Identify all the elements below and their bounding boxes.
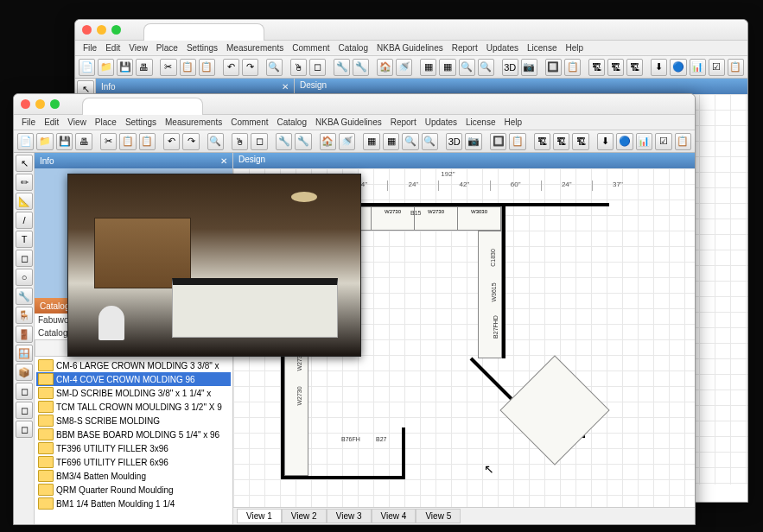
toolbar-button-24[interactable]: ▦ xyxy=(439,59,455,76)
menu-license[interactable]: License xyxy=(523,43,561,53)
tool-button-11[interactable]: 📦 xyxy=(16,364,33,381)
menu-edit[interactable]: Edit xyxy=(40,117,63,127)
tool-button-8[interactable]: 🪑 xyxy=(16,307,33,324)
toolbar-button-3[interactable]: 🖶 xyxy=(136,59,152,76)
toolbar-button-2[interactable]: 💾 xyxy=(117,59,133,76)
toolbar-button-38[interactable]: ⬇ xyxy=(597,133,614,150)
toolbar-button-26[interactable]: 🔍 xyxy=(422,133,438,150)
toolbar-button-26[interactable]: 🔍 xyxy=(478,59,494,76)
menu-help[interactable]: Help xyxy=(561,43,588,53)
cabinet[interactable]: W2730 xyxy=(372,207,415,230)
toolbar-button-20[interactable]: 🏠 xyxy=(377,59,393,76)
toolbar-button-32[interactable]: 📋 xyxy=(564,59,581,76)
menu-comment[interactable]: Comment xyxy=(226,117,272,127)
toolbar-button-3[interactable]: 🖶 xyxy=(75,133,92,150)
tool-button-14[interactable]: ◻ xyxy=(16,421,33,438)
menu-file[interactable]: File xyxy=(17,117,40,127)
menu-settings[interactable]: Settings xyxy=(182,43,222,53)
toolbar-button-10[interactable]: ↷ xyxy=(182,133,199,150)
menu-catalog[interactable]: Catalog xyxy=(273,117,311,127)
close-icon[interactable] xyxy=(21,99,30,109)
toolbar-button-29[interactable]: 📷 xyxy=(521,59,537,76)
menu-view[interactable]: View xyxy=(124,43,152,53)
toolbar-button-14[interactable]: 🖱 xyxy=(290,59,307,76)
toolbar-button-34[interactable]: 🏗 xyxy=(588,59,605,76)
toolbar-button-39[interactable]: 🔵 xyxy=(670,59,686,76)
toolbar-button-32[interactable]: 📋 xyxy=(509,133,525,150)
toolbar-button-23[interactable]: ▦ xyxy=(363,133,379,150)
tool-button-1[interactable]: ✏ xyxy=(16,174,33,191)
menu-measurements[interactable]: Measurements xyxy=(161,117,226,127)
zoom-icon[interactable] xyxy=(50,99,60,109)
menu-license[interactable]: License xyxy=(461,117,499,127)
toolbar-button-20[interactable]: 🏠 xyxy=(320,133,336,150)
minimize-icon[interactable] xyxy=(97,25,106,35)
toolbar-button-15[interactable]: ◻ xyxy=(309,59,326,76)
catalog-item[interactable]: CM-4 COVE CROWN MOLDING 96 xyxy=(36,372,231,386)
view-tab-2[interactable]: View 2 xyxy=(282,509,327,523)
toolbar-button-7[interactable]: 📋 xyxy=(139,133,156,150)
toolbar-button-9[interactable]: ↶ xyxy=(223,59,239,76)
close-panel-icon[interactable]: ✕ xyxy=(282,82,289,92)
left-toolbar-front[interactable]: ↖✏📐/T◻○🔧🪑🚪🪟📦◻◻◻ xyxy=(14,153,35,524)
toolbar-button-5[interactable]: ✂ xyxy=(160,59,176,76)
toolbar-button-36[interactable]: 🏗 xyxy=(626,59,643,76)
tool-button-3[interactable]: / xyxy=(16,212,33,229)
zoom-icon[interactable] xyxy=(111,25,121,35)
toolbar-button-5[interactable]: ✂ xyxy=(100,133,117,150)
toolbar-button-28[interactable]: 3D xyxy=(502,59,518,76)
cabinet[interactable]: W3030 xyxy=(458,207,501,230)
menu-file[interactable]: File xyxy=(79,43,101,53)
toolbar-button-35[interactable]: 🏗 xyxy=(553,133,569,150)
catalog-item[interactable]: TCM TALL CROWN MOULDING 3 1/2" X 9 xyxy=(36,400,231,414)
menu-edit[interactable]: Edit xyxy=(101,43,124,53)
tool-button-0[interactable]: ↖ xyxy=(16,155,33,172)
catalog-tree[interactable]: CM-6 LARGE CROWN MOLDING 3 3/8" xCM-4 CO… xyxy=(35,357,232,512)
tool-button-7[interactable]: 🔧 xyxy=(16,288,33,305)
toolbar-button-1[interactable]: 📁 xyxy=(36,133,53,150)
toolbar-button-38[interactable]: ⬇ xyxy=(651,59,667,76)
catalog-item[interactable]: TF696 UTILITY FILLER 6x96 xyxy=(36,455,231,469)
catalog-item[interactable]: SM8-S SCRIBE MOLDING xyxy=(36,414,231,428)
toolbar-button-18[interactable]: 🔧 xyxy=(353,59,369,76)
catalog-item[interactable]: SM-D SCRIBE MOLDING 3/8" x 1 1/4" x xyxy=(36,386,231,400)
menu-comment[interactable]: Comment xyxy=(288,43,334,53)
toolbar-button-42[interactable]: 📋 xyxy=(675,133,691,150)
toolbar-button-41[interactable]: ☑ xyxy=(655,133,671,150)
toolbar-button-21[interactable]: 🚿 xyxy=(339,133,355,150)
toolbar-button-0[interactable]: 📄 xyxy=(17,133,34,150)
toolbar-button-1[interactable]: 📁 xyxy=(98,59,114,76)
toolbar-button-17[interactable]: 🔧 xyxy=(276,133,292,150)
menu-measurements[interactable]: Measurements xyxy=(222,43,288,53)
toolbar-button-12[interactable]: 🔍 xyxy=(266,59,283,76)
catalog-item[interactable]: BM3/4 Batten Moulding xyxy=(36,469,231,483)
toolbar-button-17[interactable]: 🔧 xyxy=(334,59,350,76)
toolbar-button-24[interactable]: ▦ xyxy=(383,133,399,150)
toolbar-button-9[interactable]: ↶ xyxy=(163,133,180,150)
toolbar-button-7[interactable]: 📋 xyxy=(199,59,215,76)
toolbar-button-23[interactable]: ▦ xyxy=(420,59,436,76)
close-icon[interactable] xyxy=(82,25,92,35)
catalog-item[interactable]: QRM Quarter Round Moulding xyxy=(36,483,231,497)
menu-updates[interactable]: Updates xyxy=(482,43,523,53)
view-tab-4[interactable]: View 4 xyxy=(372,509,416,523)
toolbar-button-42[interactable]: 📋 xyxy=(728,59,744,76)
toolbar-button-31[interactable]: 🔲 xyxy=(545,59,562,76)
menu-nkba-guidelines[interactable]: NKBA Guidelines xyxy=(311,117,386,127)
close-panel-icon[interactable]: ✕ xyxy=(220,156,227,166)
tool-button-10[interactable]: 🪟 xyxy=(16,345,33,362)
tool-button-5[interactable]: ◻ xyxy=(16,250,33,267)
toolbar-button-10[interactable]: ↷ xyxy=(242,59,258,76)
toolbar-button-2[interactable]: 💾 xyxy=(56,133,73,150)
toolbar-button-40[interactable]: 📊 xyxy=(690,59,706,76)
toolbar-button-36[interactable]: 🏗 xyxy=(572,133,588,150)
toolbar-button-35[interactable]: 🏗 xyxy=(607,59,624,76)
toolbar-button-25[interactable]: 🔍 xyxy=(459,59,475,76)
menu-settings[interactable]: Settings xyxy=(121,117,161,127)
toolbar-button-40[interactable]: 📊 xyxy=(636,133,652,150)
tool-button-13[interactable]: ◻ xyxy=(16,402,33,419)
toolbar-button-12[interactable]: 🔍 xyxy=(207,133,224,150)
view-tab-1[interactable]: View 1 xyxy=(237,509,282,523)
cabinet[interactable]: W2730 xyxy=(415,207,458,230)
tool-button-6[interactable]: ○ xyxy=(16,269,33,286)
